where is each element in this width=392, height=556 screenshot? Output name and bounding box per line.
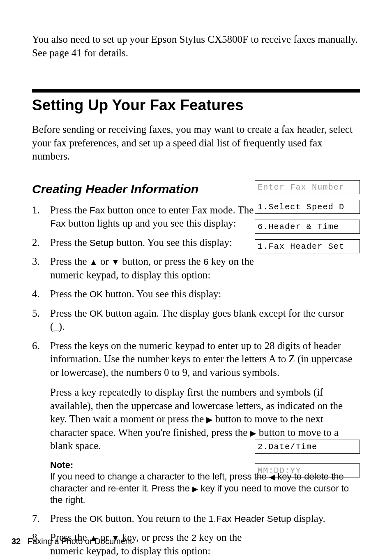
step-5: Press the OK button again. The display g…	[32, 307, 360, 334]
page-footer: 32 Faxing a Photo or Document	[12, 537, 132, 546]
text: Press the keys on the numeric keypad to …	[50, 339, 360, 380]
text: button. You see this display:	[114, 237, 232, 248]
section-title: Setting Up Your Fax Features	[32, 97, 360, 114]
text: or	[98, 256, 111, 267]
text: button, or press the	[120, 256, 203, 267]
footer-title: Faxing a Photo or Document	[28, 537, 132, 546]
up-icon: ▲	[90, 257, 98, 266]
right-icon: ▶	[250, 429, 256, 438]
text: Press the	[50, 288, 90, 299]
text: Press the	[50, 256, 90, 267]
section-intro: Before sending or receiving faxes, you m…	[32, 123, 360, 163]
text: button once to enter Fax mode. The	[105, 204, 254, 215]
text: display.	[291, 513, 325, 524]
key-label: 6	[203, 257, 209, 267]
page: You also need to set up your Epson Stylu…	[0, 0, 392, 556]
step-2: Press the Setup button. You see this dis…	[32, 236, 360, 250]
lcd-display: Enter Fax Number	[255, 180, 360, 194]
step-7: Press the OK button. You return to the 1…	[32, 512, 360, 526]
button-label: Fax	[50, 218, 66, 229]
page-number: 32	[12, 537, 21, 546]
step-6: Press the keys on the numeric keypad to …	[32, 339, 360, 506]
text: Press the	[50, 308, 90, 319]
lcd-text: Enter Fax Number	[258, 183, 344, 192]
button-label: OK	[90, 514, 103, 524]
steps-list: Press the Fax button once to enter Fax m…	[32, 204, 360, 556]
key-label: 2	[191, 533, 196, 543]
text: Press the	[50, 237, 90, 248]
note-label: Note:	[50, 459, 360, 471]
left-icon: ◀	[269, 473, 275, 481]
step-1: Press the Fax button once to enter Fax m…	[32, 204, 360, 230]
section-rule	[32, 89, 360, 93]
text: button. You return to the	[103, 513, 208, 524]
right-icon: ▶	[192, 485, 198, 493]
step-3: Press the ▲ or ▼ button, or press the 6 …	[32, 255, 360, 282]
intro-paragraph: You also need to set up your Epson Stylu…	[32, 33, 360, 60]
text: Press the	[50, 513, 90, 524]
button-label: Fax	[90, 205, 105, 215]
text: button lights up and you see this displa…	[66, 218, 236, 229]
text: button. You see this display:	[103, 288, 221, 299]
text: If you need to change a character to the…	[50, 471, 269, 482]
button-label: OK	[90, 289, 103, 299]
button-label: Setup	[90, 238, 114, 248]
button-label: OK	[90, 308, 103, 319]
step-4: Press the OK button. You see this displa…	[32, 287, 360, 301]
right-icon: ▶	[206, 415, 212, 424]
down-icon: ▼	[111, 257, 120, 266]
display-label: 1.Fax Header Setup	[208, 514, 291, 524]
text: Press the	[50, 204, 90, 215]
